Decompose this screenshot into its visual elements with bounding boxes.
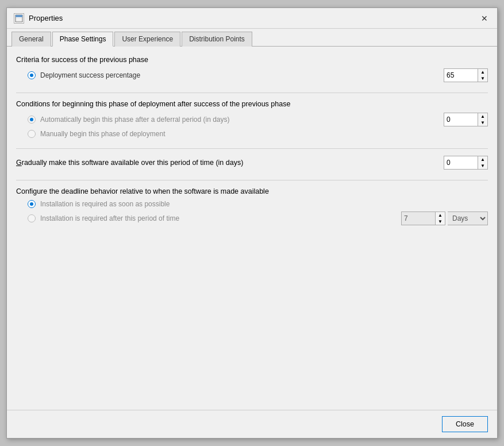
period-input[interactable] xyxy=(401,212,436,225)
gradually-row: Gradually make this software available o… xyxy=(16,156,488,170)
deployment-success-spinner-buttons: ▲ ▼ xyxy=(478,68,488,82)
window-close-button[interactable]: ✕ xyxy=(479,13,490,24)
asap-option[interactable]: Installation is required as soon as poss… xyxy=(28,200,170,208)
deployment-success-row: Deployment success percentage ▲ ▼ xyxy=(16,68,488,82)
gradually-down[interactable]: ▼ xyxy=(478,163,487,169)
deployment-success-option[interactable]: Deployment success percentage xyxy=(28,71,140,79)
deadline-section: Configure the deadline behavior relative… xyxy=(16,187,488,225)
period-down[interactable]: ▼ xyxy=(436,218,445,225)
period-spinner-buttons: ▲ ▼ xyxy=(436,212,445,225)
asap-radio[interactable] xyxy=(28,200,36,208)
manual-begin-radio[interactable] xyxy=(28,130,36,138)
period-option[interactable]: Installation is required after this peri… xyxy=(28,214,179,222)
deployment-success-down[interactable]: ▼ xyxy=(478,75,487,82)
auto-begin-row: Automatically begin this phase after a d… xyxy=(16,113,488,126)
manual-begin-label: Manually begin this phase of deployment xyxy=(40,130,165,138)
gradually-spinner-buttons: ▲ ▼ xyxy=(478,156,488,170)
success-criteria-title: Criteria for success of the previous pha… xyxy=(16,56,488,64)
app-icon xyxy=(14,13,24,24)
footer-btn-bar: Close xyxy=(7,410,497,438)
auto-begin-up[interactable]: ▲ xyxy=(478,113,487,120)
conditions-title: Conditions for beginning this phase of d… xyxy=(16,100,488,108)
deployment-success-label: Deployment success percentage xyxy=(40,71,140,79)
divider-2 xyxy=(16,148,488,149)
deployment-success-spinner: ▲ ▼ xyxy=(444,68,488,82)
period-label: Installation is required after this peri… xyxy=(40,214,179,222)
auto-begin-option[interactable]: Automatically begin this phase after a d… xyxy=(28,116,230,124)
tab-content: Criteria for success of the previous pha… xyxy=(7,47,497,410)
title-bar: Properties ✕ xyxy=(7,8,497,29)
asap-row: Installation is required as soon as poss… xyxy=(16,200,488,208)
divider-3 xyxy=(16,180,488,180)
period-row: Installation is required after this peri… xyxy=(16,212,488,225)
auto-begin-radio[interactable] xyxy=(28,116,36,124)
gradually-input[interactable] xyxy=(444,156,478,170)
deployment-success-up[interactable]: ▲ xyxy=(478,69,487,75)
properties-dialog: Properties ✕ General Phase Settings User… xyxy=(6,7,498,439)
success-criteria-section: Criteria for success of the previous pha… xyxy=(16,56,488,82)
tab-general[interactable]: General xyxy=(11,32,51,47)
deadline-title: Configure the deadline behavior relative… xyxy=(16,187,488,195)
auto-begin-spinner-buttons: ▲ ▼ xyxy=(478,113,488,126)
tab-user-experience[interactable]: User Experience xyxy=(114,32,180,47)
manual-begin-option[interactable]: Manually begin this phase of deployment xyxy=(28,130,165,138)
period-up[interactable]: ▲ xyxy=(436,212,445,218)
gradually-up[interactable]: ▲ xyxy=(478,156,487,163)
tab-bar: General Phase Settings User Experience D… xyxy=(7,29,497,47)
divider-1 xyxy=(16,93,488,93)
auto-begin-spinner: ▲ ▼ xyxy=(444,113,488,126)
period-radio[interactable] xyxy=(28,214,36,222)
period-controls: ▲ ▼ Days Weeks Months xyxy=(401,212,488,225)
auto-begin-down[interactable]: ▼ xyxy=(478,120,487,126)
deployment-success-input[interactable] xyxy=(444,68,478,82)
asap-label: Installation is required as soon as poss… xyxy=(40,200,170,208)
period-spinner: ▲ ▼ xyxy=(401,212,445,225)
title-bar-left: Properties xyxy=(14,13,63,24)
tab-phase-settings[interactable]: Phase Settings xyxy=(52,32,114,47)
auto-begin-input[interactable] xyxy=(444,113,478,126)
deployment-success-radio[interactable] xyxy=(28,71,36,79)
tab-distribution-points[interactable]: Distribution Points xyxy=(182,32,252,47)
gradually-section: Gradually make this software available o… xyxy=(16,156,488,170)
period-unit-select[interactable]: Days Weeks Months xyxy=(448,212,488,225)
close-button[interactable]: Close xyxy=(442,416,488,432)
gradually-label: Gradually make this software available o… xyxy=(16,159,243,167)
auto-begin-label: Automatically begin this phase after a d… xyxy=(40,116,230,124)
conditions-section: Conditions for beginning this phase of d… xyxy=(16,100,488,138)
manual-begin-row: Manually begin this phase of deployment xyxy=(16,130,488,138)
gradually-label-wrap: Gradually make this software available o… xyxy=(16,159,243,167)
svg-rect-1 xyxy=(16,15,22,17)
gradually-spinner: ▲ ▼ xyxy=(444,156,488,170)
window-title: Properties xyxy=(29,14,63,22)
